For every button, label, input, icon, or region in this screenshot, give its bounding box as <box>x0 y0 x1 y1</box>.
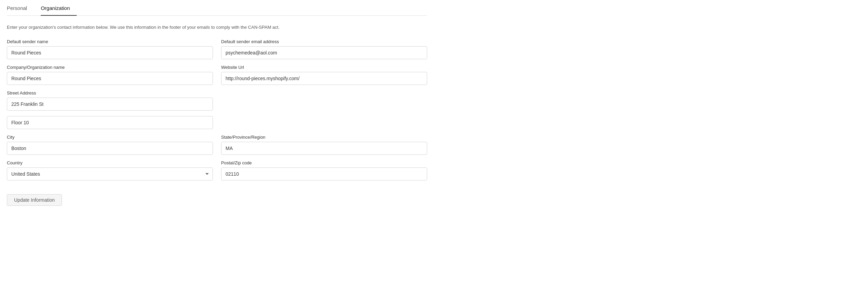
row-street: Street Address <box>7 90 427 111</box>
row-sender: Default sender name Default sender email… <box>7 39 427 59</box>
label-street-address: Street Address <box>7 90 213 96</box>
tab-organization[interactable]: Organization <box>41 0 77 16</box>
address-right-col <box>221 90 427 111</box>
group-sender-name: Default sender name <box>7 39 213 59</box>
tab-personal[interactable]: Personal <box>7 0 34 16</box>
row-city-state: City State/Province/Region <box>7 135 427 155</box>
group-street-address-2 <box>7 116 213 129</box>
group-street-address: Street Address <box>7 90 213 111</box>
group-sender-email: Default sender email address <box>221 39 427 59</box>
address-right-col-2 <box>221 116 427 129</box>
input-street-address-2[interactable] <box>7 116 213 129</box>
input-street-address-1[interactable] <box>7 98 213 111</box>
country-select-wrapper: United States Canada United Kingdom Aust… <box>7 167 213 180</box>
tabs-container: Personal Organization <box>7 0 427 16</box>
label-postal-code: Postal/Zip code <box>221 160 427 165</box>
label-website-url: Website Url <box>221 65 427 70</box>
input-company-name[interactable] <box>7 72 213 85</box>
row-street-2 <box>7 116 427 129</box>
input-sender-name[interactable] <box>7 46 213 59</box>
label-country: Country <box>7 160 213 165</box>
group-website-url: Website Url <box>221 65 427 85</box>
row-company: Company/Organization name Website Url <box>7 65 427 85</box>
input-website-url[interactable] <box>221 72 427 85</box>
update-information-button[interactable]: Update Information <box>7 194 62 206</box>
label-company-name: Company/Organization name <box>7 65 213 70</box>
input-postal-code[interactable] <box>221 167 427 180</box>
select-country[interactable]: United States Canada United Kingdom Aust… <box>7 167 213 180</box>
address-left-col-2 <box>7 116 213 129</box>
input-sender-email[interactable] <box>221 46 427 59</box>
group-company-name: Company/Organization name <box>7 65 213 85</box>
input-city[interactable] <box>7 142 213 155</box>
input-state[interactable] <box>221 142 427 155</box>
label-sender-name: Default sender name <box>7 39 213 44</box>
group-country: Country United States Canada United King… <box>7 160 213 180</box>
label-state: State/Province/Region <box>221 135 427 140</box>
form-description: Enter your organization's contact inform… <box>7 24 427 31</box>
row-country-postal: Country United States Canada United King… <box>7 160 427 180</box>
address-left-col: Street Address <box>7 90 213 111</box>
label-sender-email: Default sender email address <box>221 39 427 44</box>
group-state: State/Province/Region <box>221 135 427 155</box>
group-city: City <box>7 135 213 155</box>
label-city: City <box>7 135 213 140</box>
group-postal-code: Postal/Zip code <box>221 160 427 180</box>
page-container: Personal Organization Enter your organiz… <box>0 0 434 220</box>
